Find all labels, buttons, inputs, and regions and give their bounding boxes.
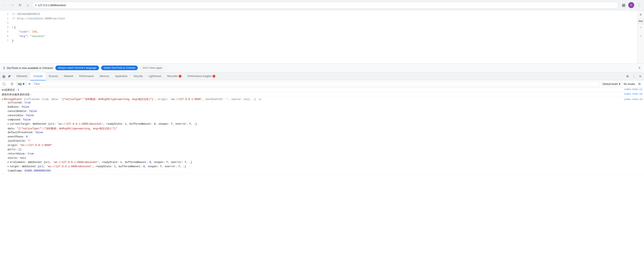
prop-source: source: null (6, 156, 642, 161)
code-line-7: 7 } (0, 39, 644, 43)
console-output: ws连接状态：1 index.html:21 接收到来自服务器的消息： inde… (0, 88, 644, 280)
context-dropdown-icon: ▼ (22, 83, 25, 85)
tab-performance-insights[interactable]: Performance insights 🔴 (185, 72, 218, 80)
tab-sources[interactable]: Sources (46, 72, 61, 80)
console-row-received-text: 接收到来自服务器的消息： (2, 93, 620, 96)
console-row-ws-status-text: ws连接状态：1 (2, 88, 620, 92)
code-line-6: 6 "msg": "success" (0, 34, 644, 39)
address-bar[interactable]: ● 127.0.0.1:8888/ws/test (32, 2, 618, 8)
filter-input[interactable] (32, 82, 600, 86)
code-line-5: 5 "code": 200, (0, 30, 644, 34)
log-level-dropdown-icon: ▼ (618, 83, 621, 85)
inspect-element-button[interactable]: ▦ (1, 73, 7, 79)
no-issues-label: No Issues (624, 83, 635, 85)
console-toolbar: ⃠ ☰ top ▼ 👁 Default levels ▼ No Issues ⚙ (0, 80, 644, 88)
message-event-collapse-arrow[interactable]: ▼ (2, 98, 3, 101)
browser-toolbar: ← → ↻ ⌂ ● 127.0.0.1:8888/ws/test ▦ A ⋮ (0, 0, 644, 10)
console-settings-button[interactable]: ⚙ (636, 81, 642, 87)
prop-lastEventId: lastEventId: "" (6, 139, 642, 144)
devtools-notification: ℹ DevTools is now available in Chinese! … (0, 64, 644, 72)
prop-currentTarget: ▶ currentTarget: WebSocket {url: 'ws://1… (6, 122, 642, 127)
collapse-arrow[interactable]: ▼ (12, 26, 13, 29)
refresh-button[interactable]: ↻ (17, 2, 23, 8)
prop-data: data: "{\"noticeType\":\"实时数据: WsMsgV0(t… (6, 127, 642, 131)
match-language-button[interactable]: Always match Chrome's language (55, 65, 99, 70)
console-row-ws-status-link[interactable]: index.html:21 (620, 88, 642, 91)
clear-console-button[interactable]: ⃠ (2, 81, 8, 87)
code-line-2: 2 // http://localhost:8888/ws/test (0, 16, 644, 21)
prop-composed: composed: false (6, 118, 642, 122)
console-row-received: 接收到来自服务器的消息： index.html:28 (0, 92, 644, 97)
chevron-down-icon[interactable]: ⌄ (638, 32, 643, 38)
tab-memory[interactable]: Memory (97, 72, 112, 80)
menu-button[interactable]: ⋮ (636, 2, 642, 8)
log-level-label: Default levels (603, 83, 618, 85)
browser-chrome: ← → ↻ ⌂ ● 127.0.0.1:8888/ws/test ▦ A ⋮ (0, 0, 644, 10)
device-toolbar-button[interactable]: ◤ (7, 73, 13, 79)
chrome-right-controls: ▦ A ⋮ (620, 2, 642, 8)
prop-srcElement: ▶ srcElement: WebSocket {url: 'ws://127.… (6, 161, 642, 165)
tab-network[interactable]: Network (61, 72, 76, 80)
info-icon: ℹ (4, 66, 5, 70)
tab-elements[interactable]: Elements (14, 72, 30, 80)
url-text: 127.0.0.1:8888/ws/test (38, 3, 616, 7)
dont-show-again-button[interactable]: Don't show again (140, 65, 165, 70)
code-viewer: 1 // 20240208040523 2 // http://localhos… (0, 10, 644, 64)
code-right-sidebar: ⚙ RAW ⌃ ⌄ (637, 10, 644, 63)
prop-origin: origin: "ws://127.0.0.1:8888" (6, 144, 642, 148)
message-event-summary: MessageEvent {isTrusted: true, data: '{"… (4, 97, 620, 101)
eye-icon[interactable]: 👁 (28, 82, 31, 86)
devtools-tabs: ▦ ◤ Elements Console Sources Network Per… (0, 72, 644, 80)
show-sidebar-button[interactable]: ☰ (9, 81, 15, 87)
code-line-1: 1 // 20240208040523 (0, 12, 644, 16)
settings-icon[interactable]: ⚙ (638, 12, 643, 17)
message-event-link[interactable]: index.html:29 (620, 98, 642, 101)
prop-defaultPrevented: defaultPrevented: false (6, 131, 642, 135)
code-line-4: 4 ▼ { (0, 25, 644, 30)
secure-icon: ● (35, 3, 37, 6)
console-row-received-link[interactable]: index.html:28 (620, 93, 642, 95)
prop-eventPhase: eventPhase: 0 (6, 135, 642, 139)
prop-returnValue: returnValue: true (6, 152, 642, 156)
back-button[interactable]: ← (2, 2, 8, 8)
forward-button[interactable]: → (9, 2, 15, 8)
devtools-more-button[interactable]: ⋮ (631, 73, 637, 79)
home-button[interactable]: ⌂ (25, 2, 31, 8)
tab-performance[interactable]: Performance (76, 72, 97, 80)
avatar: A (628, 2, 634, 8)
prop-target: ▶ target: WebSocket {url: 'ws://127.0.0.… (6, 165, 642, 169)
profile-button[interactable]: A (628, 2, 635, 8)
devtools-close-button[interactable]: ✕ (637, 73, 643, 79)
devtools-settings-button[interactable]: ⚙ (624, 73, 630, 79)
prop-bubbles: bubbles: false (6, 105, 642, 110)
console-row-ws-status: ws连接状态：1 index.html:21 (0, 88, 644, 92)
raw-icon[interactable]: RAW (638, 19, 643, 24)
devtools-tab-left-controls: ▦ ◤ (0, 73, 14, 79)
message-event-properties: isTrusted: true bubbles: false cancelBub… (2, 101, 642, 173)
tab-lighthouse[interactable]: Lighthouse (146, 72, 164, 80)
extensions-button[interactable]: ▦ (620, 2, 627, 8)
tab-console[interactable]: Console (30, 72, 46, 80)
prop-ports: ports: [] (6, 148, 642, 152)
context-selector[interactable]: top ▼ (16, 82, 27, 86)
info-badge: i (258, 98, 262, 101)
devtools-panel: ▦ ◤ Elements Console Sources Network Per… (0, 72, 644, 280)
prop-cancelBubble: cancelBubble: false (6, 110, 642, 114)
tab-security[interactable]: Security (130, 72, 146, 80)
tabs-list: Elements Console Sources Network Perform… (14, 72, 624, 80)
console-row-message-event: ▼ MessageEvent {isTrusted: true, data: '… (0, 97, 644, 174)
prop-isTrusted: isTrusted: true (6, 101, 642, 105)
srcElement-expand[interactable]: ▶ (8, 161, 9, 163)
console-row-message-event-header: ▼ MessageEvent {isTrusted: true, data: '… (2, 97, 642, 101)
switch-devtools-button[interactable]: Switch DevTools to Chinese (101, 65, 138, 70)
currentTarget-expand[interactable]: ▶ (8, 123, 9, 125)
notification-close-button[interactable]: × (638, 66, 640, 70)
log-level-selector[interactable]: Default levels ▼ (601, 82, 622, 86)
code-line-3: 3 (0, 21, 644, 25)
target-expand[interactable]: ▶ (8, 165, 9, 168)
tab-application[interactable]: Application (112, 72, 130, 80)
chevron-up-icon[interactable]: ⌃ (638, 26, 643, 31)
tab-recorder[interactable]: Recorder 🔴 (164, 72, 185, 80)
prop-timeStamp: timeStamp: 81005.60000002384 (6, 169, 642, 173)
notification-text: DevTools is now available in Chinese! (7, 66, 53, 70)
